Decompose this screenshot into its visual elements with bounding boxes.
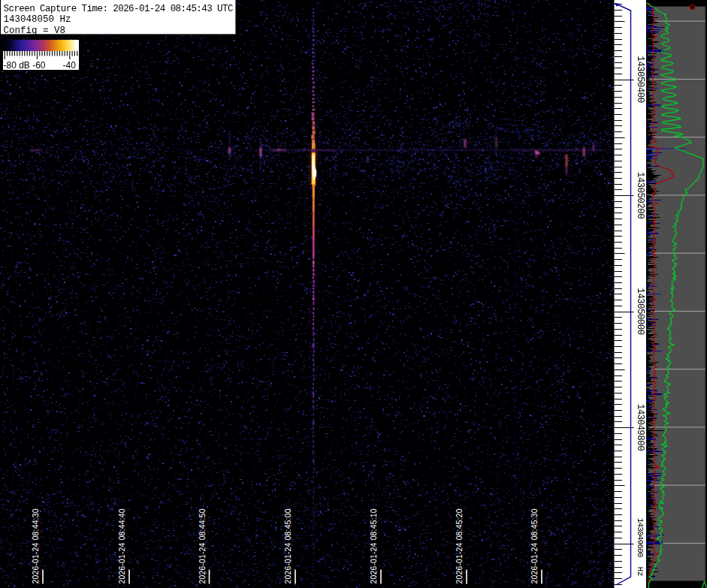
svg-text:143049600: 143049600: [636, 518, 645, 558]
svg-text:143050400: 143050400: [635, 56, 645, 103]
svg-text:Screen Capture Time: 2026-01-2: Screen Capture Time: 2026-01-24 08:45:43…: [4, 4, 234, 14]
svg-text:143050200: 143050200: [635, 172, 645, 219]
svg-text:143049800: 143049800: [635, 404, 645, 451]
svg-text:-80 dB -60: -80 dB -60: [4, 60, 46, 71]
svg-text:2026-01-24 08:45:00: 2026-01-24 08:45:00: [283, 508, 292, 583]
svg-text:2026-01-24 08:45:20: 2026-01-24 08:45:20: [455, 508, 464, 583]
svg-text:143048050 Hz: 143048050 Hz: [4, 14, 71, 25]
svg-text:143050000: 143050000: [635, 288, 645, 335]
svg-text:2026-01-24 08:45:10: 2026-01-24 08:45:10: [369, 508, 378, 583]
svg-text:2026-01-24 08:44:40: 2026-01-24 08:44:40: [117, 508, 126, 583]
svg-text:-40: -40: [63, 60, 77, 71]
svg-text:2026-01-24 08:45:30: 2026-01-24 08:45:30: [530, 508, 539, 583]
svg-text:Config = V8: Config = V8: [4, 26, 66, 36]
svg-text:2026-01-24 08:44:50: 2026-01-24 08:44:50: [198, 508, 207, 583]
svg-text:2026-01-24 08:44:30: 2026-01-24 08:44:30: [31, 508, 40, 583]
svg-text:Hz: Hz: [636, 566, 645, 576]
